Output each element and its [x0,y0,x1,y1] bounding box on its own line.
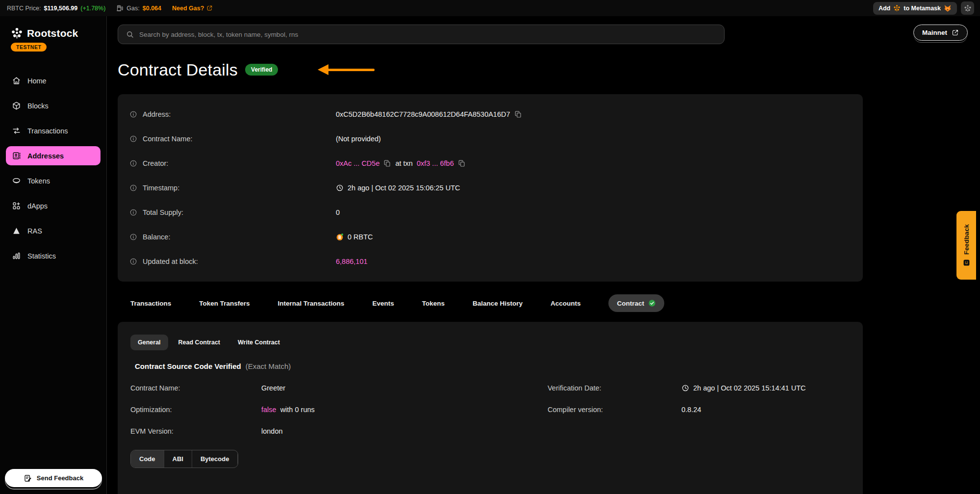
metamask-fox-icon [944,4,952,12]
creator-address-link[interactable]: 0xAc ... CD5e [336,159,379,167]
tab[interactable]: Transactions [130,295,171,312]
add-to-metamask-button[interactable]: Add to Metamask [873,2,957,15]
detail-value: 0 [336,208,340,216]
total-supply-value: 0 [336,208,340,216]
detail-row: Total Supply: 0 [129,200,851,225]
sidebar-item[interactable]: Tokens [6,171,101,190]
brand-logo[interactable]: Rootstock [0,27,106,39]
search-box[interactable] [118,25,725,44]
sidebar-item[interactable]: RAS [6,221,101,240]
external-link-icon [206,5,213,11]
info-value: Greeter [261,384,285,392]
tab[interactable]: Balance History [473,295,523,312]
contract-subtab-label: Read Contract [178,339,220,346]
info-icon [129,110,137,118]
verified-contract-name: Greeter [261,384,285,392]
sidebar-item[interactable]: Home [6,71,101,90]
contract-panel: General Read Contract Write Contract Con… [118,322,863,494]
info-row: Optimization: falsewith 0 runs [130,399,548,420]
rootstock-icon [893,4,901,12]
feedback-side-tab[interactable]: Feedback [956,211,976,280]
sidebar-item[interactable]: Transactions [6,121,101,140]
rbtc-coin-icon: B [336,233,344,241]
verification-info-left: Contract Name: Greeter Optimization: fal… [130,377,548,442]
contract-details-panel: Address: 0xC5D2B6b48162C7728c9A008612D64… [118,94,863,282]
search-input[interactable] [139,31,717,38]
contract-subtab[interactable]: Read Contract [171,335,227,350]
tab-label: Internal Transactions [278,300,345,307]
info-label: Optimization: [130,406,261,414]
tab-label: Balance History [473,300,523,307]
rbtc-price-change: (+1.78%) [80,5,105,12]
sidebar-item[interactable]: dApps [6,196,101,215]
mainnet-button-label: Mainnet [922,29,947,36]
address-value: 0xC5D2B6b48162C7728c9A008612D64FA8530A16… [336,110,510,118]
detail-value: (Not provided) [336,135,381,143]
code-view-tab[interactable]: Code [131,450,164,468]
detail-value: 2h ago | Oct 02 2025 15:06:25 UTC [336,184,460,192]
copy-icon[interactable] [383,159,391,167]
source-verified-suffix: (Exact Match) [246,362,291,370]
tab[interactable]: Tokens [422,295,445,312]
detail-label: Address: [143,110,171,118]
tab[interactable]: Token Transfers [199,295,250,312]
tab[interactable]: Internal Transactions [278,295,345,312]
detail-value: 0xC5D2B6b48162C7728c9A008612D64FA8530A16… [336,110,522,118]
tab[interactable]: Events [372,295,394,312]
tab-label: Tokens [422,300,445,307]
verification-info-right: Verification Date: 2h ago | Oct 02 2025 … [548,377,805,442]
dapps-icon [12,201,21,210]
tab-label: Token Transfers [199,300,250,307]
detail-row: Timestamp: 2h ago | Oct 02 2025 15:06:25… [129,176,851,200]
rootstock-icon [11,27,23,39]
ras-icon [12,226,21,235]
info-row: Contract Name: Greeter [130,377,548,399]
feedback-side-tab-label: Feedback [963,224,970,255]
mainnet-button[interactable]: Mainnet [913,25,968,41]
market-stats: RBTC Price: $119,506.99 (+1.78%) Gas: $0… [7,4,213,12]
tab-label: Contract [617,300,644,307]
source-verified-title: Contract Source Code Verified [135,362,241,370]
contract-subtab[interactable]: General [130,335,168,350]
updated-block-link[interactable]: 6,886,101 [336,258,368,265]
sidebar: Rootstock TESTNET Home Blocks Transactio… [0,16,107,494]
need-gas-link[interactable]: Need Gas? [172,5,213,12]
tab[interactable]: Accounts [551,295,581,312]
info-label: Compiler version: [548,406,681,414]
metamask-button-prefix: Add [879,5,890,12]
sidebar-item-label: dApps [27,202,48,210]
send-feedback-button[interactable]: Send Feedback [5,469,102,487]
copy-icon[interactable] [514,110,522,118]
search-icon [126,30,134,39]
sidebar-item-label: Home [27,77,47,85]
contract-name-value: (Not provided) [336,135,381,143]
code-view-tab-label: Bytecode [201,455,229,463]
statistics-icon [12,251,21,260]
tab[interactable]: Contract [608,294,664,312]
metamask-button-suffix: to Metamask [904,5,941,12]
address-tabs: Transactions Token Transfers Internal Tr… [118,294,863,312]
sidebar-item[interactable]: Statistics [6,246,101,265]
check-circle-icon [648,299,656,307]
tab-label: Transactions [130,300,171,307]
creation-txn-link[interactable]: 0xf3 ... 6fb6 [417,159,454,167]
sidebar-item[interactable]: Blocks [6,96,101,115]
copy-icon[interactable] [458,159,466,167]
info-label: Contract Name: [130,384,261,392]
info-icon [129,184,137,192]
detail-value: B0 RBTC [336,233,373,241]
tokens-icon [12,176,21,185]
sidebar-item[interactable]: Addresses [6,146,101,165]
detail-label: Contract Name: [143,135,193,143]
blocks-icon [12,101,21,110]
detail-label: Timestamp: [143,184,179,192]
contract-subtab[interactable]: Write Contract [230,335,287,350]
transactions-icon [12,126,21,135]
send-feedback-label: Send Feedback [37,474,83,482]
search-row: Mainnet [118,25,968,44]
theme-toggle-button[interactable] [961,1,974,15]
rbtc-price-label: RBTC Price: [7,5,41,12]
code-view-tab[interactable]: Bytecode [192,450,238,468]
code-view-tab[interactable]: ABI [164,450,192,468]
gas-value: $0.064 [143,5,161,12]
